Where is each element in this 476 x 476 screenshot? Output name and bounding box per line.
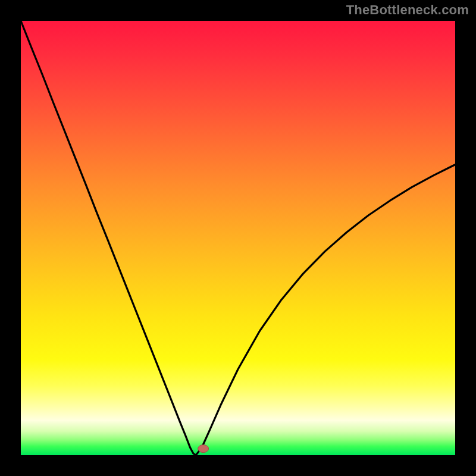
- bottleneck-curve: [21, 21, 455, 455]
- chart-frame: TheBottleneck.com: [0, 0, 476, 476]
- plot-area: [21, 21, 455, 455]
- optimum-marker: [198, 445, 209, 453]
- watermark-text: TheBottleneck.com: [346, 2, 469, 18]
- curve-layer: [21, 21, 455, 455]
